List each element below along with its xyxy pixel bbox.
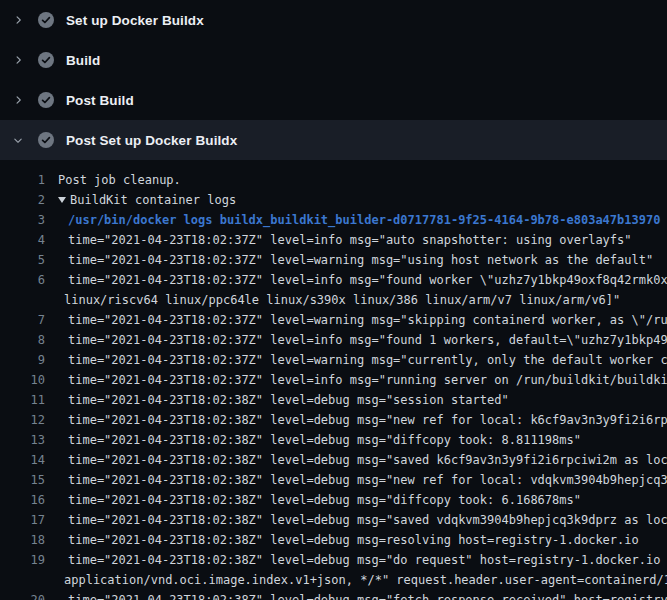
log-text: time="2021-04-23T18:02:38Z" level=debug … xyxy=(68,590,667,600)
group-collapse-triangle-icon[interactable] xyxy=(58,197,66,203)
log-line: linux/riscv64 linux/ppc64le linux/s390x … xyxy=(0,290,667,310)
log-text: time="2021-04-23T18:02:37Z" level=warnin… xyxy=(68,310,667,330)
log-line: 6 time="2021-04-23T18:02:37Z" level=info… xyxy=(0,270,667,290)
line-number-link[interactable]: 14 xyxy=(0,450,45,470)
log-line: 14 time="2021-04-23T18:02:38Z" level=deb… xyxy=(0,450,667,470)
log-line: 9 time="2021-04-23T18:02:37Z" level=warn… xyxy=(0,350,667,370)
log-line: 13 time="2021-04-23T18:02:38Z" level=deb… xyxy=(0,430,667,450)
log-line: 16 time="2021-04-23T18:02:38Z" level=deb… xyxy=(0,490,667,510)
line-number-link[interactable]: 1 xyxy=(0,170,45,190)
check-circle-icon xyxy=(38,92,54,108)
line-number-link[interactable]: 13 xyxy=(0,430,45,450)
log-text: time="2021-04-23T18:02:38Z" level=debug … xyxy=(68,470,667,490)
log-text: time="2021-04-23T18:02:37Z" level=warnin… xyxy=(68,250,653,270)
step-header[interactable]: Post Set up Docker Buildx xyxy=(0,120,667,160)
log-line: 19 time="2021-04-23T18:02:38Z" level=deb… xyxy=(0,550,667,570)
chevron-right-icon xyxy=(12,14,24,26)
log-text: time="2021-04-23T18:02:38Z" level=debug … xyxy=(68,450,667,470)
line-number-link[interactable]: 7 xyxy=(0,310,45,330)
log-text: /usr/bin/docker logs buildx_buildkit_bui… xyxy=(68,210,660,230)
log-line: 1 Post job cleanup. xyxy=(0,170,667,190)
step-header[interactable]: Set up Docker Buildx xyxy=(0,0,667,40)
step-label: Post Build xyxy=(66,93,134,108)
log-text: time="2021-04-23T18:02:38Z" level=debug … xyxy=(68,410,667,430)
step-label: Build xyxy=(66,53,100,68)
log-text: linux/riscv64 linux/ppc64le linux/s390x … xyxy=(64,290,620,310)
line-number-link[interactable]: 17 xyxy=(0,510,45,530)
line-number-link[interactable]: 20 xyxy=(0,590,45,600)
log-text: application/vnd.oci.image.index.v1+json,… xyxy=(64,570,667,590)
log-line: application/vnd.oci.image.index.v1+json,… xyxy=(0,570,667,590)
log-text: time="2021-04-23T18:02:37Z" level=info m… xyxy=(68,330,667,350)
log-text: time="2021-04-23T18:02:38Z" level=debug … xyxy=(68,550,667,570)
log-line: 15 time="2021-04-23T18:02:38Z" level=deb… xyxy=(0,470,667,490)
log-text: time="2021-04-23T18:02:37Z" level=info m… xyxy=(68,230,632,250)
log-line: 10 time="2021-04-23T18:02:37Z" level=inf… xyxy=(0,370,667,390)
log-text: BuildKit container logs xyxy=(70,190,236,210)
log-text: time="2021-04-23T18:02:37Z" level=info m… xyxy=(68,270,667,290)
check-circle-icon xyxy=(38,52,54,68)
log-text: time="2021-04-23T18:02:38Z" level=debug … xyxy=(68,430,581,450)
log-line: 18 time="2021-04-23T18:02:38Z" level=deb… xyxy=(0,530,667,550)
log-viewer: 1 Post job cleanup. 2 BuildKit container… xyxy=(0,160,667,600)
log-line: 5 time="2021-04-23T18:02:37Z" level=warn… xyxy=(0,250,667,270)
line-number-link[interactable] xyxy=(0,570,45,590)
line-number-link[interactable]: 3 xyxy=(0,210,45,230)
line-number-link[interactable]: 16 xyxy=(0,490,45,510)
line-number-link[interactable]: 9 xyxy=(0,350,45,370)
line-number-link[interactable]: 5 xyxy=(0,250,45,270)
line-number-link[interactable] xyxy=(0,290,45,310)
log-line: 4 time="2021-04-23T18:02:37Z" level=info… xyxy=(0,230,667,250)
log-text: time="2021-04-23T18:02:38Z" level=debug … xyxy=(68,510,667,530)
line-number-link[interactable]: 8 xyxy=(0,330,45,350)
chevron-right-icon xyxy=(12,54,24,66)
step-label: Set up Docker Buildx xyxy=(66,13,204,28)
log-line: 17 time="2021-04-23T18:02:38Z" level=deb… xyxy=(0,510,667,530)
line-number-link[interactable]: 19 xyxy=(0,550,45,570)
line-number-link[interactable]: 6 xyxy=(0,270,45,290)
check-circle-icon xyxy=(38,12,54,28)
steps-list: Set up Docker Buildx Build xyxy=(0,0,667,160)
log-text: time="2021-04-23T18:02:37Z" level=info m… xyxy=(68,370,667,390)
chevron-down-icon xyxy=(12,134,24,146)
log-text: Post job cleanup. xyxy=(58,170,181,190)
log-line: 3 /usr/bin/docker logs buildx_buildkit_b… xyxy=(0,210,667,230)
line-number-link[interactable]: 15 xyxy=(0,470,45,490)
log-line: 12 time="2021-04-23T18:02:38Z" level=deb… xyxy=(0,410,667,430)
line-number-link[interactable]: 12 xyxy=(0,410,45,430)
log-line: 20 time="2021-04-23T18:02:38Z" level=deb… xyxy=(0,590,667,600)
line-number-link[interactable]: 18 xyxy=(0,530,45,550)
line-number-link[interactable]: 10 xyxy=(0,370,45,390)
log-text: time="2021-04-23T18:02:38Z" level=debug … xyxy=(68,530,639,550)
step-header[interactable]: Build xyxy=(0,40,667,80)
log-text: time="2021-04-23T18:02:38Z" level=debug … xyxy=(68,390,509,410)
log-line: 11 time="2021-04-23T18:02:38Z" level=deb… xyxy=(0,390,667,410)
line-number-link[interactable]: 4 xyxy=(0,230,45,250)
chevron-right-icon xyxy=(12,94,24,106)
check-circle-icon xyxy=(38,132,54,148)
log-text: time="2021-04-23T18:02:37Z" level=warnin… xyxy=(68,350,667,370)
step-header[interactable]: Post Build xyxy=(0,80,667,120)
step-label: Post Set up Docker Buildx xyxy=(66,133,237,148)
log-text: time="2021-04-23T18:02:38Z" level=debug … xyxy=(68,490,581,510)
log-line: 7 time="2021-04-23T18:02:37Z" level=warn… xyxy=(0,310,667,330)
log-line[interactable]: 2 BuildKit container logs xyxy=(0,190,667,210)
line-number-link[interactable]: 2 xyxy=(0,190,45,210)
log-line: 8 time="2021-04-23T18:02:37Z" level=info… xyxy=(0,330,667,350)
line-number-link[interactable]: 11 xyxy=(0,390,45,410)
